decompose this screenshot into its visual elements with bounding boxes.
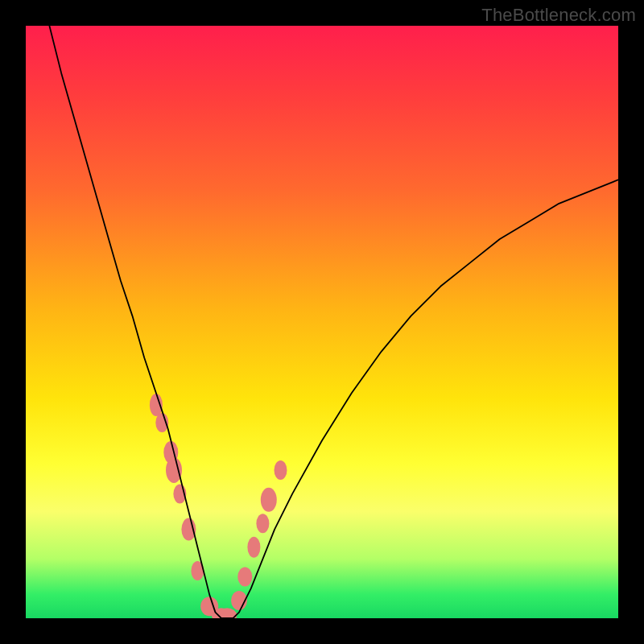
- highlight-marker: [275, 460, 287, 480]
- chart-frame: TheBottleneck.com: [0, 0, 644, 644]
- chart-plot-area: [26, 26, 618, 618]
- marker-group: [150, 394, 287, 618]
- highlight-marker: [261, 488, 277, 512]
- highlight-marker: [247, 537, 260, 558]
- curve-svg: [26, 26, 618, 618]
- highlight-marker: [256, 514, 269, 533]
- bottleneck-curve: [49, 26, 618, 618]
- highlight-marker: [237, 568, 252, 587]
- highlight-marker: [166, 457, 182, 483]
- attribution-text: TheBottleneck.com: [481, 5, 636, 26]
